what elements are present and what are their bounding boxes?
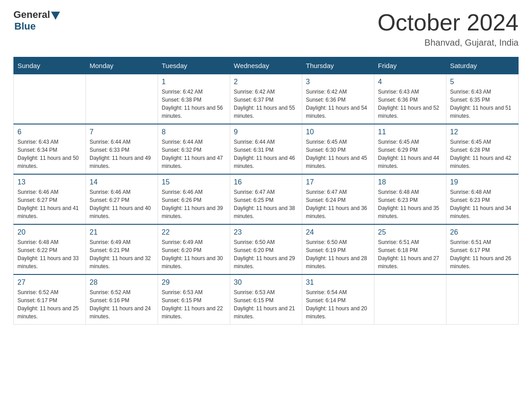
logo-general-text: General bbox=[13, 9, 50, 21]
calendar-cell: 11Sunrise: 6:45 AMSunset: 6:29 PMDayligh… bbox=[374, 124, 446, 174]
day-info: Sunrise: 6:49 AMSunset: 6:20 PMDaylight:… bbox=[162, 238, 226, 270]
calendar-cell: 10Sunrise: 6:45 AMSunset: 6:30 PMDayligh… bbox=[302, 124, 374, 174]
calendar-cell: 22Sunrise: 6:49 AMSunset: 6:20 PMDayligh… bbox=[158, 224, 230, 274]
day-info: Sunrise: 6:45 AMSunset: 6:30 PMDaylight:… bbox=[306, 138, 370, 170]
month-year-title: October 2024 bbox=[378, 9, 519, 36]
header-day-saturday: Saturday bbox=[446, 57, 519, 74]
calendar-cell: 5Sunrise: 6:43 AMSunset: 6:35 PMDaylight… bbox=[446, 74, 519, 124]
calendar-cell: 19Sunrise: 6:48 AMSunset: 6:23 PMDayligh… bbox=[446, 174, 519, 224]
calendar-cell: 13Sunrise: 6:46 AMSunset: 6:27 PMDayligh… bbox=[14, 174, 86, 224]
day-info: Sunrise: 6:44 AMSunset: 6:33 PMDaylight:… bbox=[90, 138, 154, 170]
calendar-cell: 16Sunrise: 6:47 AMSunset: 6:25 PMDayligh… bbox=[230, 174, 302, 224]
day-info: Sunrise: 6:47 AMSunset: 6:25 PMDaylight:… bbox=[234, 188, 298, 220]
calendar-cell: 14Sunrise: 6:46 AMSunset: 6:27 PMDayligh… bbox=[86, 174, 158, 224]
day-number: 7 bbox=[90, 128, 154, 136]
calendar-cell: 21Sunrise: 6:49 AMSunset: 6:21 PMDayligh… bbox=[86, 224, 158, 274]
day-info: Sunrise: 6:42 AMSunset: 6:37 PMDaylight:… bbox=[234, 88, 298, 120]
location-text: Bhanvad, Gujarat, India bbox=[378, 38, 519, 48]
calendar-cell: 6Sunrise: 6:43 AMSunset: 6:34 PMDaylight… bbox=[14, 124, 86, 174]
header-day-thursday: Thursday bbox=[302, 57, 374, 74]
logo-blue-text: Blue bbox=[14, 21, 36, 32]
day-number: 9 bbox=[234, 128, 298, 136]
calendar-cell: 31Sunrise: 6:54 AMSunset: 6:14 PMDayligh… bbox=[302, 274, 374, 325]
logo: General Blue bbox=[13, 9, 60, 32]
calendar-cell: 23Sunrise: 6:50 AMSunset: 6:20 PMDayligh… bbox=[230, 224, 302, 274]
day-number: 1 bbox=[162, 78, 226, 86]
header-day-monday: Monday bbox=[86, 57, 158, 74]
title-section: October 2024 Bhanvad, Gujarat, India bbox=[378, 9, 519, 48]
day-number: 23 bbox=[234, 228, 298, 236]
day-number: 13 bbox=[17, 178, 82, 186]
day-number: 20 bbox=[17, 228, 82, 236]
header-day-friday: Friday bbox=[374, 57, 446, 74]
day-info: Sunrise: 6:46 AMSunset: 6:27 PMDaylight:… bbox=[90, 188, 154, 220]
day-number: 4 bbox=[378, 78, 442, 86]
day-number: 26 bbox=[450, 228, 515, 236]
page-header: General Blue October 2024 Bhanvad, Gujar… bbox=[13, 9, 519, 48]
calendar-cell: 30Sunrise: 6:53 AMSunset: 6:15 PMDayligh… bbox=[230, 274, 302, 325]
day-number: 10 bbox=[306, 128, 370, 136]
day-number: 28 bbox=[90, 278, 154, 287]
calendar-cell bbox=[446, 274, 519, 325]
day-number: 12 bbox=[450, 128, 515, 136]
calendar-cell: 28Sunrise: 6:52 AMSunset: 6:16 PMDayligh… bbox=[86, 274, 158, 325]
calendar-cell: 12Sunrise: 6:45 AMSunset: 6:28 PMDayligh… bbox=[446, 124, 519, 174]
header-day-tuesday: Tuesday bbox=[158, 57, 230, 74]
day-number: 3 bbox=[306, 78, 370, 86]
calendar-cell: 26Sunrise: 6:51 AMSunset: 6:17 PMDayligh… bbox=[446, 224, 519, 274]
day-info: Sunrise: 6:43 AMSunset: 6:36 PMDaylight:… bbox=[378, 88, 442, 120]
day-number: 18 bbox=[378, 178, 442, 186]
header-row: SundayMondayTuesdayWednesdayThursdayFrid… bbox=[14, 57, 519, 74]
calendar-cell: 25Sunrise: 6:51 AMSunset: 6:18 PMDayligh… bbox=[374, 224, 446, 274]
calendar-cell: 8Sunrise: 6:44 AMSunset: 6:32 PMDaylight… bbox=[158, 124, 230, 174]
day-number: 2 bbox=[234, 78, 298, 86]
day-info: Sunrise: 6:51 AMSunset: 6:18 PMDaylight:… bbox=[378, 238, 442, 270]
calendar-cell: 24Sunrise: 6:50 AMSunset: 6:19 PMDayligh… bbox=[302, 224, 374, 274]
day-number: 30 bbox=[234, 278, 298, 287]
calendar-cell: 9Sunrise: 6:44 AMSunset: 6:31 PMDaylight… bbox=[230, 124, 302, 174]
calendar-cell bbox=[374, 274, 446, 325]
day-info: Sunrise: 6:52 AMSunset: 6:17 PMDaylight:… bbox=[17, 288, 82, 321]
day-info: Sunrise: 6:52 AMSunset: 6:16 PMDaylight:… bbox=[90, 288, 154, 321]
calendar-cell: 17Sunrise: 6:47 AMSunset: 6:24 PMDayligh… bbox=[302, 174, 374, 224]
day-number: 19 bbox=[450, 178, 515, 186]
week-row-5: 27Sunrise: 6:52 AMSunset: 6:17 PMDayligh… bbox=[14, 274, 519, 325]
calendar-cell: 20Sunrise: 6:48 AMSunset: 6:22 PMDayligh… bbox=[14, 224, 86, 274]
calendar-cell: 18Sunrise: 6:48 AMSunset: 6:23 PMDayligh… bbox=[374, 174, 446, 224]
calendar-cell bbox=[86, 74, 158, 124]
header-day-sunday: Sunday bbox=[14, 57, 86, 74]
calendar-cell: 15Sunrise: 6:46 AMSunset: 6:26 PMDayligh… bbox=[158, 174, 230, 224]
day-info: Sunrise: 6:48 AMSunset: 6:22 PMDaylight:… bbox=[17, 238, 82, 270]
day-number: 8 bbox=[162, 128, 226, 136]
day-info: Sunrise: 6:43 AMSunset: 6:35 PMDaylight:… bbox=[450, 88, 515, 120]
day-number: 11 bbox=[378, 128, 442, 136]
calendar-cell: 7Sunrise: 6:44 AMSunset: 6:33 PMDaylight… bbox=[86, 124, 158, 174]
day-number: 17 bbox=[306, 178, 370, 186]
day-info: Sunrise: 6:48 AMSunset: 6:23 PMDaylight:… bbox=[450, 188, 515, 220]
day-info: Sunrise: 6:51 AMSunset: 6:17 PMDaylight:… bbox=[450, 238, 515, 270]
day-info: Sunrise: 6:44 AMSunset: 6:32 PMDaylight:… bbox=[162, 138, 226, 170]
calendar-cell: 27Sunrise: 6:52 AMSunset: 6:17 PMDayligh… bbox=[14, 274, 86, 325]
calendar-cell bbox=[14, 74, 86, 124]
day-number: 6 bbox=[17, 128, 82, 136]
week-row-1: 1Sunrise: 6:42 AMSunset: 6:38 PMDaylight… bbox=[14, 74, 519, 124]
calendar-cell: 2Sunrise: 6:42 AMSunset: 6:37 PMDaylight… bbox=[230, 74, 302, 124]
day-number: 16 bbox=[234, 178, 298, 186]
day-info: Sunrise: 6:45 AMSunset: 6:28 PMDaylight:… bbox=[450, 138, 515, 170]
day-number: 27 bbox=[17, 278, 82, 287]
day-info: Sunrise: 6:54 AMSunset: 6:14 PMDaylight:… bbox=[306, 288, 370, 321]
day-info: Sunrise: 6:48 AMSunset: 6:23 PMDaylight:… bbox=[378, 188, 442, 220]
day-number: 25 bbox=[378, 228, 442, 236]
calendar-cell: 3Sunrise: 6:42 AMSunset: 6:36 PMDaylight… bbox=[302, 74, 374, 124]
day-number: 31 bbox=[306, 278, 370, 287]
day-number: 5 bbox=[450, 78, 515, 86]
day-info: Sunrise: 6:42 AMSunset: 6:38 PMDaylight:… bbox=[162, 88, 226, 120]
calendar-cell: 1Sunrise: 6:42 AMSunset: 6:38 PMDaylight… bbox=[158, 74, 230, 124]
calendar-table: SundayMondayTuesdayWednesdayThursdayFrid… bbox=[13, 57, 519, 325]
day-number: 14 bbox=[90, 178, 154, 186]
day-info: Sunrise: 6:42 AMSunset: 6:36 PMDaylight:… bbox=[306, 88, 370, 120]
day-number: 21 bbox=[90, 228, 154, 236]
day-info: Sunrise: 6:46 AMSunset: 6:27 PMDaylight:… bbox=[17, 188, 82, 220]
day-info: Sunrise: 6:53 AMSunset: 6:15 PMDaylight:… bbox=[162, 288, 226, 321]
day-info: Sunrise: 6:53 AMSunset: 6:15 PMDaylight:… bbox=[234, 288, 298, 321]
